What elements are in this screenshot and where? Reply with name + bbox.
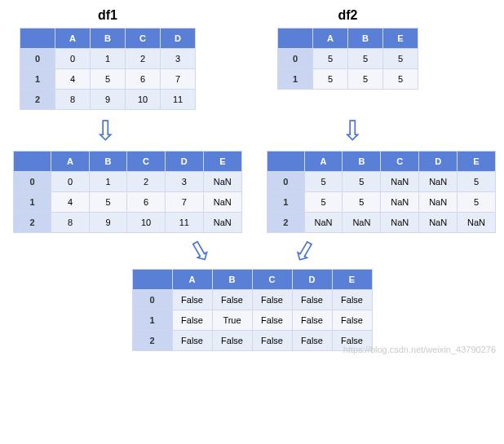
- arrow-down-left-icon: ⇩: [287, 234, 321, 269]
- col-header: C: [127, 152, 166, 172]
- df2-table: A B E 0 5 5 5 1 5 5 5: [277, 28, 418, 90]
- table-row: 0 0 1 2 3: [20, 49, 196, 69]
- cell: NaN: [343, 213, 381, 233]
- cell: False: [332, 310, 372, 331]
- cell: 6: [127, 192, 166, 213]
- row-index: 1: [267, 192, 305, 213]
- cell: 11: [161, 90, 196, 110]
- cell: 3: [161, 49, 196, 69]
- row-index: 1: [132, 310, 172, 331]
- cell: 2: [126, 49, 161, 69]
- col-header: E: [383, 29, 418, 49]
- col-header: E: [458, 152, 496, 172]
- cell: False: [252, 290, 292, 310]
- table-row: 1 4 5 6 7: [20, 69, 196, 90]
- col-header: C: [126, 29, 161, 49]
- cell: False: [292, 331, 332, 351]
- df1-expanded-block: A B C D E 0 0 1 2 3 NaN 1 4 5: [13, 151, 242, 233]
- cell: 6: [126, 69, 161, 90]
- row-index: 1: [20, 69, 55, 90]
- col-header: D: [165, 152, 203, 172]
- cell: 5: [313, 69, 348, 90]
- col-header: A: [304, 152, 343, 172]
- col-header: B: [91, 29, 126, 49]
- cell: NaN: [419, 192, 458, 213]
- cell: 8: [55, 90, 91, 110]
- cell: 7: [161, 69, 196, 90]
- cell: 2: [127, 172, 166, 192]
- cell: 11: [165, 213, 203, 233]
- cell: NaN: [203, 192, 241, 213]
- cell: NaN: [304, 213, 343, 233]
- table-row: 1 5 5 NaN NaN 5: [267, 192, 496, 213]
- cell: False: [292, 310, 332, 331]
- row-index: 0: [278, 49, 313, 69]
- cell: NaN: [381, 213, 419, 233]
- row-index: 2: [267, 213, 305, 233]
- df1-expanded-table: A B C D E 0 0 1 2 3 NaN 1 4 5: [13, 151, 242, 233]
- col-header: B: [343, 152, 381, 172]
- col-header: D: [292, 270, 332, 290]
- table-row: 0 5 5 5: [278, 49, 418, 69]
- cell: NaN: [203, 172, 241, 192]
- col-header: C: [381, 152, 419, 172]
- row-index: 0: [14, 172, 51, 192]
- col-header: A: [313, 29, 348, 49]
- cell: NaN: [458, 213, 496, 233]
- cell: False: [172, 290, 212, 310]
- watermark-text: https://blog.csdn.net/weixin_43790276: [343, 345, 496, 354]
- corner-cell: [267, 152, 305, 172]
- cell: False: [212, 331, 252, 351]
- col-header: D: [419, 152, 458, 172]
- row-index: 2: [20, 90, 55, 110]
- cell: 5: [343, 192, 381, 213]
- col-header: B: [212, 270, 252, 290]
- df1-table: A B C D 0 0 1 2 3 1 4 5 6 7: [20, 28, 196, 110]
- df2-expanded-table: A B C D E 0 5 5 NaN NaN 5 1 5 5: [267, 151, 496, 233]
- cell: NaN: [381, 172, 419, 192]
- cell: 5: [383, 49, 418, 69]
- cell: 7: [165, 192, 203, 213]
- df2-title: df2: [338, 8, 358, 23]
- col-header: E: [332, 270, 372, 290]
- table-row: 2 False False False False False: [132, 331, 372, 351]
- row-index: 0: [267, 172, 305, 192]
- row-index: 1: [278, 69, 313, 90]
- cell: NaN: [419, 172, 458, 192]
- cell: False: [292, 290, 332, 310]
- row-index: 0: [132, 290, 172, 310]
- cell: NaN: [203, 213, 241, 233]
- col-header: C: [252, 270, 292, 290]
- col-header: A: [172, 270, 212, 290]
- arrow-down-icon: ⇩: [94, 116, 117, 144]
- cell: 5: [304, 192, 343, 213]
- cell: False: [252, 331, 292, 351]
- arrow-down-icon: ⇩: [341, 116, 364, 144]
- table-row: 1 4 5 6 7 NaN: [14, 192, 242, 213]
- result-table: A B C D E 0 False False False False Fals…: [132, 269, 373, 351]
- corner-cell: [132, 270, 172, 290]
- row-index: 2: [14, 213, 51, 233]
- col-header: D: [161, 29, 196, 49]
- corner-cell: [20, 29, 55, 49]
- table-row: 0 False False False False False: [132, 290, 372, 310]
- cell: False: [212, 290, 252, 310]
- table-row: 2 NaN NaN NaN NaN NaN: [267, 213, 496, 233]
- cell: 4: [55, 69, 91, 90]
- table-row: 2 8 9 10 11: [20, 90, 196, 110]
- cell: 8: [51, 213, 89, 233]
- cell: 4: [51, 192, 89, 213]
- table-row: 1 5 5 5: [278, 69, 418, 90]
- cell: 5: [91, 69, 126, 90]
- cell: 0: [51, 172, 89, 192]
- cell: NaN: [381, 192, 419, 213]
- cell: 10: [126, 90, 161, 110]
- table-row: 0 0 1 2 3 NaN: [14, 172, 242, 192]
- col-header: A: [55, 29, 91, 49]
- col-header: B: [348, 29, 383, 49]
- corner-cell: [14, 152, 51, 172]
- cell: NaN: [419, 213, 458, 233]
- table-row: 2 8 9 10 11 NaN: [14, 213, 242, 233]
- cell: 5: [458, 192, 496, 213]
- table-row: 1 False True False False False: [132, 310, 372, 331]
